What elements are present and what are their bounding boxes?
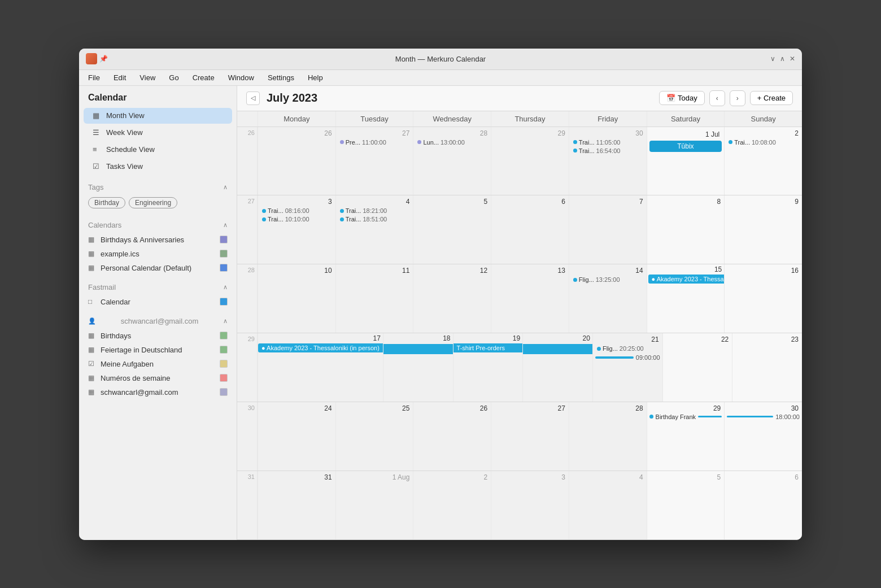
tshirt-end-event[interactable]: 09:00:00	[595, 354, 660, 361]
tags-section-header[interactable]: Tags ∧	[79, 180, 237, 195]
akademy-event-start[interactable]: ● Akademy 2023 - Thessaloniki (in pers	[648, 275, 725, 284]
cal-color-g2[interactable]	[220, 360, 228, 368]
day-cell-sun6aug[interactable]: 6	[724, 471, 802, 539]
minimize-icon[interactable]: ∨	[770, 55, 775, 63]
event[interactable]: Trai... 11:05:00	[572, 138, 644, 146]
calendar-item-g1[interactable]: ▦ Feiertage in Deutschland	[79, 343, 237, 357]
day-cell-mon3[interactable]: 3 Trai... 08:16:00 Trai... 10:10:00	[258, 195, 335, 264]
calendar-item-personal[interactable]: ▦ Personal Calendar (Default)	[79, 261, 237, 275]
calendar-item-g3[interactable]: ▦ Numéros de semaine	[79, 371, 237, 385]
day-cell-thu27[interactable]: 27	[491, 402, 569, 471]
day-cell-mon17[interactable]: 17 ● Akademy 2023 - Thessaloniki (in per…	[258, 333, 383, 402]
day-cell-sat1[interactable]: 1 Jul Tūbix	[647, 127, 725, 195]
day-cell-mon10[interactable]: 10	[258, 264, 335, 333]
birthday-frank-event[interactable]: Birthday Frank	[649, 413, 722, 420]
day-cell-sun16[interactable]: 16	[724, 264, 802, 333]
day-cell-wed19[interactable]: 19 T-shirt Pre-orders	[453, 333, 523, 402]
calendar-color-2[interactable]	[220, 250, 228, 258]
day-cell-sat29[interactable]: 29 Birthday Frank	[647, 402, 725, 471]
menu-create[interactable]: Create	[190, 72, 217, 83]
cal-color-g3[interactable]	[220, 374, 228, 382]
calendar-item-birthdays-anniversaries[interactable]: ▦ Birthdays & Anniversaries	[79, 233, 237, 247]
day-cell-mon26[interactable]: 26	[258, 127, 335, 195]
day-cell-fri21[interactable]: 21 Flig... 20:25:00 09:00:00	[592, 333, 662, 402]
day-cell-wed2aug[interactable]: 2	[413, 471, 491, 539]
day-cell-mon24[interactable]: 24	[258, 402, 335, 471]
google-section-header[interactable]: 👤 schwancarl@gmail.com ∧	[79, 313, 237, 329]
event[interactable]: Flig... 13:25:00	[572, 276, 644, 284]
sidebar-item-month-view[interactable]: ▦ Month View	[84, 108, 232, 124]
event[interactable]: Pre... 11:00:00	[338, 138, 411, 146]
day-cell-tue18[interactable]: 18	[383, 333, 453, 402]
cal-color-g1[interactable]	[220, 346, 228, 354]
tshirt-event[interactable]: T-shirt Pre-orders	[453, 343, 523, 352]
calendars-section-header[interactable]: Calendars ∧	[79, 217, 237, 233]
flight-event-21[interactable]: Flig... 20:25:00	[595, 345, 660, 352]
event[interactable]: Trai... 18:51:00	[338, 215, 411, 223]
day-cell-fri30[interactable]: 30 Trai... 11:05:00 Trai... 16:54:00	[569, 127, 647, 195]
day-cell-mon31[interactable]: 31	[258, 471, 335, 539]
day-cell-sun9[interactable]: 9	[724, 195, 802, 264]
fastmail-section-header[interactable]: Fastmail ∧	[79, 280, 237, 295]
menu-help[interactable]: Help	[306, 72, 325, 83]
day-cell-fri14[interactable]: 14 Flig... 13:25:00	[569, 264, 647, 333]
event[interactable]: Trai... 10:10:00	[260, 215, 333, 223]
day-cell-sat15[interactable]: 15 ● Akademy 2023 - Thessaloniki (in per…	[647, 264, 725, 333]
calendar-item-fastmail[interactable]: □ Calendar	[79, 295, 237, 309]
day-cell-thu29[interactable]: 29	[491, 127, 569, 195]
day-cell-thu3aug[interactable]: 3	[491, 471, 569, 539]
menu-file[interactable]: File	[86, 72, 102, 83]
event[interactable]: Trai... 10:08:00	[727, 138, 800, 146]
day-cell-wed5[interactable]: 5	[413, 195, 491, 264]
collapse-sidebar-button[interactable]: ◁	[246, 92, 260, 105]
day-cell-sat5aug[interactable]: 5	[647, 471, 725, 539]
menu-edit[interactable]: Edit	[111, 72, 128, 83]
prev-month-button[interactable]: ‹	[709, 90, 725, 106]
day-cell-wed28[interactable]: 28 Lun... 13:00:00	[413, 127, 491, 195]
cal-color-g0[interactable]	[220, 332, 228, 339]
day-cell-fri28[interactable]: 28	[569, 402, 647, 471]
event[interactable]: Trai... 16:54:00	[572, 147, 644, 155]
event[interactable]: Trai... 18:21:00	[338, 207, 411, 215]
calendar-color-fm[interactable]	[220, 298, 228, 306]
day-cell-tue1aug[interactable]: 1 Aug	[335, 471, 413, 539]
calendar-item-example[interactable]: ▦ example.ics	[79, 247, 237, 261]
tag-birthday[interactable]: Birthday	[88, 197, 125, 208]
day-cell-sun30[interactable]: 30 18:00:00	[724, 402, 802, 471]
day-cell-fri4aug[interactable]: 4	[569, 471, 647, 539]
day-cell-thu20[interactable]: 20	[522, 333, 592, 402]
menu-go[interactable]: Go	[167, 72, 181, 83]
menu-view[interactable]: View	[137, 72, 158, 83]
event[interactable]: Trai... 08:16:00	[260, 207, 333, 215]
sidebar-item-tasks-view[interactable]: ☑ Tasks View	[84, 159, 232, 175]
day-cell-thu13[interactable]: 13	[491, 264, 569, 333]
day-cell-sun2[interactable]: 2 Trai... 10:08:00	[724, 127, 802, 195]
event[interactable]: Lun... 13:00:00	[416, 138, 489, 146]
day-cell-tue25[interactable]: 25	[335, 402, 413, 471]
day-cell-wed12[interactable]: 12	[413, 264, 491, 333]
tag-engineering[interactable]: Engineering	[129, 197, 177, 208]
next-month-button[interactable]: ›	[730, 90, 745, 106]
day-cell-sat22[interactable]: 22	[662, 333, 732, 402]
day-cell-tue11[interactable]: 11	[335, 264, 413, 333]
day-cell-sun23[interactable]: 23	[732, 333, 802, 402]
day-cell-tue27[interactable]: 27 Pre... 11:00:00	[335, 127, 413, 195]
today-button[interactable]: 📅 Today	[659, 91, 705, 105]
calendar-item-g0[interactable]: ▦ Birthdays	[79, 329, 237, 343]
create-button[interactable]: + Create	[750, 91, 793, 105]
calendar-item-g4[interactable]: ▦ schwancarl@gmail.com	[79, 385, 237, 399]
menu-window[interactable]: Window	[226, 72, 256, 83]
calendar-item-g2[interactable]: ☑ Meine Aufgaben	[79, 357, 237, 371]
maximize-icon[interactable]: ∧	[780, 55, 785, 63]
birthday-frank-cont[interactable]: 18:00:00	[727, 413, 800, 420]
day-cell-tue4[interactable]: 4 Trai... 18:21:00 Trai... 18:51:00	[335, 195, 413, 264]
cal-color-g4[interactable]	[220, 388, 228, 396]
day-cell-sat8[interactable]: 8	[647, 195, 725, 264]
sidebar-item-week-view[interactable]: ☰ Week View	[84, 125, 232, 141]
day-cell-wed26[interactable]: 26	[413, 402, 491, 471]
calendar-color-3[interactable]	[220, 264, 228, 272]
day-cell-fri7[interactable]: 7	[569, 195, 647, 264]
menu-settings[interactable]: Settings	[265, 72, 296, 83]
day-cell-thu6[interactable]: 6	[491, 195, 569, 264]
calendar-color-1[interactable]	[220, 236, 228, 243]
